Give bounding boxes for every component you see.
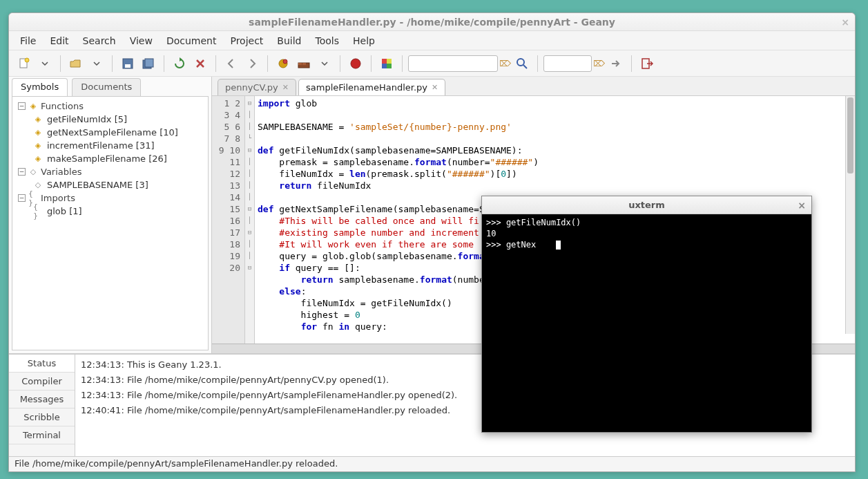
vertical-scrollbar[interactable] (845, 96, 855, 334)
open-icon[interactable] (66, 54, 86, 73)
titlebar[interactable]: sampleFilenameHandler.py - /home/mike/co… (9, 13, 855, 31)
sidebar-tab-documents[interactable]: Documents (72, 78, 141, 96)
editor-tab[interactable]: pennyCV.py✕ (218, 79, 296, 95)
symbol-category[interactable]: − ◈ Functions (12, 100, 208, 113)
menu-document[interactable]: Document (161, 33, 222, 48)
expander-icon[interactable]: − (18, 168, 26, 176)
run-icon[interactable] (346, 54, 365, 73)
menu-build[interactable]: Build (271, 33, 307, 48)
new-file-icon[interactable] (15, 54, 34, 73)
symbol-item[interactable]: ◈getNextSampleFilename [10] (12, 126, 208, 139)
dropdown-icon[interactable] (87, 54, 106, 73)
category-label: Variables (41, 167, 81, 177)
bottom-tab-scribble[interactable]: Scribble (9, 408, 75, 426)
sidebar-tab-symbols[interactable]: Symbols (12, 78, 68, 96)
bottom-tabs: StatusCompilerMessagesScribbleTerminal (9, 355, 75, 456)
symbol-icon: ◈ (33, 128, 43, 138)
bottom-tab-terminal[interactable]: Terminal (9, 426, 75, 444)
symbol-label: incrementFilename [31] (47, 140, 155, 151)
symbol-label: getFileNumIdx [5] (47, 114, 127, 124)
close-file-icon[interactable] (191, 54, 210, 73)
svg-rect-9 (298, 63, 302, 65)
symbol-label: getNextSampleFilename [10] (47, 127, 178, 138)
svg-point-1 (25, 58, 29, 62)
build-icon[interactable] (294, 54, 314, 73)
close-icon[interactable]: × (841, 17, 849, 28)
nav-back-icon[interactable] (222, 54, 241, 73)
category-icon: ◇ (28, 167, 38, 177)
symbol-tree[interactable]: − ◈ Functions◈getFileNumIdx [5]◈getNextS… (12, 96, 209, 350)
toolbar: ⌦ ⌦ (9, 50, 855, 77)
bottom-tab-messages[interactable]: Messages (9, 391, 75, 408)
status-text: File /home/mike/compile/pennyArt/sampleF… (15, 458, 338, 469)
color-picker-icon[interactable] (377, 54, 396, 73)
symbol-item[interactable]: ◇SAMPLEBASENAME [3] (12, 178, 208, 191)
nav-forward-icon[interactable] (242, 54, 262, 73)
svg-point-11 (351, 59, 360, 68)
symbol-icon: ◇ (33, 180, 43, 190)
window-title: sampleFilenameHandler.py - /home/mike/co… (249, 17, 615, 28)
terminal-close-icon[interactable]: × (798, 200, 806, 211)
tab-label: pennyCV.py (225, 82, 278, 93)
expander-icon[interactable]: − (18, 102, 26, 110)
svg-rect-13 (387, 59, 392, 64)
category-icon: ◈ (28, 102, 38, 111)
quit-icon[interactable] (637, 54, 657, 73)
goto-icon[interactable] (606, 54, 626, 73)
symbol-category[interactable]: − ◇ Variables (12, 165, 208, 178)
menu-view[interactable]: View (124, 33, 158, 48)
menu-search[interactable]: Search (77, 33, 122, 48)
sidebar: Symbols Documents − ◈ Functions◈getFileN… (9, 77, 212, 353)
bottom-tab-status[interactable]: Status (9, 355, 75, 373)
fold-margin[interactable]: ⊟ │ │ └ ⊟ │ │ │ │ ⊟ │ ⊟ │ │ ⊟ (245, 96, 255, 344)
editor-tab[interactable]: sampleFilenameHandler.py✕ (298, 79, 445, 95)
symbol-label: SAMPLEBASENAME [3] (47, 180, 148, 190)
svg-rect-15 (387, 64, 392, 68)
symbol-item[interactable]: { }glob [1] (12, 205, 208, 218)
clear-search-icon[interactable]: ⌦ (499, 59, 511, 68)
dropdown-icon[interactable] (35, 54, 55, 73)
clear-goto-icon[interactable]: ⌦ (593, 59, 605, 68)
goto-line-input[interactable] (543, 55, 592, 72)
save-icon[interactable] (118, 54, 137, 73)
bottom-tab-compiler[interactable]: Compiler (9, 373, 75, 391)
dropdown-icon[interactable] (315, 54, 334, 73)
symbol-item[interactable]: ◈incrementFilename [31] (12, 139, 208, 152)
svg-point-16 (517, 59, 524, 66)
menu-tools[interactable]: Tools (310, 33, 345, 48)
uxterm-window[interactable]: uxterm × >>> getFileNumIdx() 10 >>> getN… (481, 196, 812, 433)
terminal-body[interactable]: >>> getFileNumIdx() 10 >>> getNex (482, 214, 811, 432)
symbol-label: makeSampleFilename [26] (47, 153, 167, 164)
line-numbers: 1 2 3 4 5 6 7 8 9 10 11 12 13 14 15 16 1… (212, 96, 245, 344)
tab-close-icon[interactable]: ✕ (432, 83, 438, 92)
statusbar: File /home/mike/compile/pennyArt/sampleF… (9, 456, 855, 471)
symbol-item[interactable]: ◈getFileNumIdx [5] (12, 113, 208, 126)
svg-point-7 (283, 59, 287, 64)
menu-file[interactable]: File (15, 33, 41, 48)
svg-rect-10 (302, 63, 306, 65)
terminal-cursor (556, 241, 561, 250)
search-icon[interactable] (512, 54, 532, 73)
expander-icon[interactable]: − (18, 194, 26, 202)
tab-close-icon[interactable]: ✕ (282, 83, 289, 92)
search-input[interactable] (408, 55, 498, 72)
terminal-title: uxterm (628, 200, 665, 210)
svg-rect-3 (125, 64, 131, 68)
symbol-icon: ◈ (33, 154, 43, 164)
symbol-item[interactable]: ◈makeSampleFilename [26] (12, 152, 208, 165)
symbol-icon: ◈ (33, 115, 43, 124)
menu-help[interactable]: Help (347, 33, 380, 48)
svg-rect-12 (382, 59, 387, 64)
reload-icon[interactable] (170, 54, 189, 73)
category-label: Imports (41, 193, 75, 203)
editor-tabs: pennyCV.py✕sampleFilenameHandler.py✕ (212, 77, 855, 96)
menu-project[interactable]: Project (224, 33, 269, 48)
compile-icon[interactable] (273, 54, 293, 73)
terminal-titlebar[interactable]: uxterm × (482, 196, 811, 214)
menu-edit[interactable]: Edit (44, 33, 74, 48)
category-icon: { } (28, 194, 38, 203)
save-all-icon[interactable] (139, 54, 158, 73)
sidebar-tabs: Symbols Documents (9, 77, 211, 96)
svg-rect-14 (382, 64, 387, 68)
symbol-icon: ◈ (33, 141, 43, 151)
